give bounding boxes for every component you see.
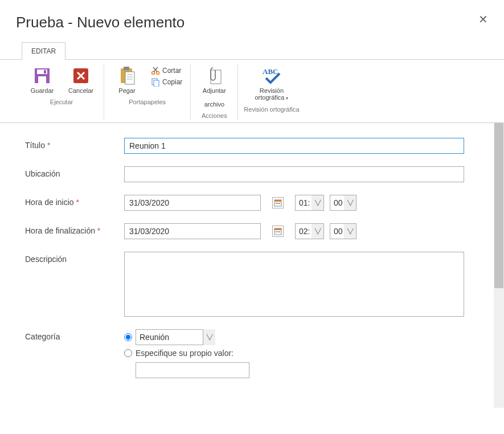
svg-rect-28: [279, 231, 280, 232]
svg-rect-23: [279, 203, 280, 204]
dialog-title: Prueba - Nuevo elemento: [16, 14, 185, 31]
save-icon: [34, 65, 51, 86]
category-label: Categoría: [25, 329, 124, 341]
cut-icon: [151, 66, 160, 75]
start-date-input[interactable]: [124, 195, 261, 211]
calendar-icon: [274, 227, 282, 235]
end-date-input[interactable]: [124, 223, 261, 239]
copy-button[interactable]: Copiar: [149, 77, 185, 87]
tab-edit[interactable]: EDITAR: [22, 42, 65, 60]
svg-line-13: [154, 67, 158, 72]
svg-rect-26: [276, 231, 277, 232]
cancel-icon: [72, 65, 89, 86]
category-custom-label: Especifique su propio valor:: [136, 349, 233, 358]
svg-rect-7: [125, 72, 134, 84]
title-label: Título *: [25, 138, 124, 150]
chevron-down-icon: ╲╱: [312, 223, 324, 239]
start-time-label: Hora de inicio *: [25, 195, 124, 207]
svg-text:ABC: ABC: [263, 67, 278, 76]
chevron-down-icon: ╲╱: [344, 223, 357, 239]
close-button[interactable]: ✕: [478, 14, 488, 25]
paste-button[interactable]: Pegar: [110, 64, 144, 95]
svg-rect-2: [38, 76, 46, 83]
copy-icon: [151, 77, 160, 87]
attach-icon: [206, 65, 222, 86]
cut-button[interactable]: Cortar: [149, 65, 185, 76]
ribbon-group-clipboard: Portapapeles: [129, 99, 166, 107]
svg-line-14: [153, 67, 157, 72]
description-label: Descripción: [25, 252, 124, 264]
calendar-icon: [274, 199, 282, 207]
end-hour-select[interactable]: 02:: [295, 223, 312, 239]
ribbon-group-execute: Ejecutar: [50, 99, 73, 107]
ribbon-group-actions: Acciones: [202, 112, 227, 120]
svg-rect-20: [274, 200, 281, 202]
start-date-picker-button[interactable]: [272, 197, 284, 208]
category-select[interactable]: Reunión: [136, 329, 215, 345]
svg-rect-27: [277, 231, 278, 232]
location-label: Ubicación: [25, 166, 124, 178]
location-input[interactable]: [124, 166, 464, 182]
category-custom-radio[interactable]: [124, 349, 132, 357]
spellcheck-icon: ABC: [260, 65, 283, 86]
save-button[interactable]: Guardar: [25, 64, 59, 95]
start-minute-select[interactable]: 00: [330, 195, 344, 211]
svg-rect-25: [274, 228, 281, 230]
end-minute-select[interactable]: 00: [330, 223, 344, 239]
form-area: Título * Ubicación Hora de inicio * 01: …: [0, 123, 504, 408]
spellcheck-button[interactable]: ABC Revisiónortográfica▾: [248, 64, 295, 103]
scrollbar-track[interactable]: [494, 123, 504, 408]
scrollbar-thumb[interactable]: [494, 123, 503, 288]
title-input[interactable]: [124, 138, 464, 154]
end-time-label: Hora de finalización *: [25, 223, 124, 235]
svg-rect-22: [277, 203, 278, 204]
category-select-radio[interactable]: [124, 333, 132, 341]
ribbon: Guardar Cancelar Ejecutar Pegar: [0, 59, 504, 123]
chevron-down-icon: ╲╱: [344, 195, 357, 211]
svg-rect-16: [154, 80, 159, 87]
svg-rect-17: [211, 70, 221, 84]
svg-rect-21: [276, 203, 277, 204]
dropdown-icon: ▾: [286, 96, 288, 101]
svg-rect-3: [44, 70, 46, 73]
start-hour-select[interactable]: 01:: [295, 195, 312, 211]
svg-rect-6: [124, 67, 129, 70]
category-custom-input[interactable]: [136, 362, 249, 378]
end-date-picker-button[interactable]: [272, 226, 284, 237]
cancel-button[interactable]: Cancelar: [64, 64, 98, 95]
attach-file-button[interactable]: Adjuntar archivo: [196, 64, 232, 109]
paste-icon: [118, 65, 136, 86]
description-input[interactable]: [124, 252, 464, 317]
chevron-down-icon: ╲╱: [312, 195, 324, 211]
ribbon-group-spellcheck: Revisión ortográfica: [244, 106, 299, 114]
